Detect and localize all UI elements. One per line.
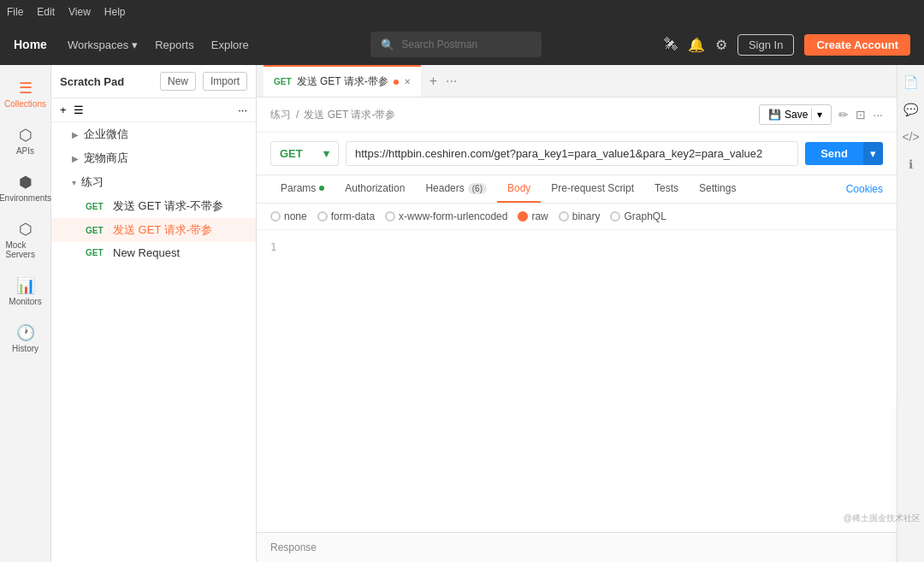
radio-binary[interactable]: binary: [559, 210, 601, 222]
new-button[interactable]: New: [160, 72, 196, 91]
collection-tree: ▶ 企业微信 ▶ 宠物商店 ▾ 练习 GET 发送 GET 请求-不带参 GET…: [51, 122, 256, 263]
collections-icon: ☰: [19, 79, 33, 98]
send-main-button[interactable]: Send: [805, 142, 863, 165]
apis-label: APIs: [16, 146, 34, 156]
req-tab-settings[interactable]: Settings: [689, 175, 746, 203]
save-label: Save: [785, 109, 808, 121]
breadcrumb-separator: /: [296, 109, 299, 121]
collection-item-qiyeweixin[interactable]: ▶ 企业微信: [51, 122, 256, 146]
info-icon[interactable]: ℹ: [905, 154, 916, 175]
nav-home[interactable]: Home: [14, 38, 47, 51]
radio-circle-form-data: [317, 211, 328, 222]
radio-none[interactable]: none: [270, 210, 307, 222]
request-tabs: Params Authorization Headers (6) Body Pr…: [257, 175, 897, 204]
req-tab-tests[interactable]: Tests: [644, 175, 689, 203]
request-name: 发送 GET 请求-带参: [113, 222, 212, 238]
sidebar-item-apis[interactable]: ⬡ APIs: [3, 119, 49, 163]
tab-method-badge: GET: [274, 77, 292, 86]
comment-icon[interactable]: 💬: [900, 99, 921, 120]
menu-help[interactable]: Help: [104, 6, 126, 18]
app-layout: ☰ Collections ⬡ APIs ⬢ Environments ⬡ Mo…: [0, 65, 924, 562]
method-badge: GET: [86, 226, 108, 235]
arrow-icon: ▶: [72, 130, 79, 139]
sign-in-button[interactable]: Sign In: [737, 34, 794, 56]
radio-urlencoded[interactable]: x-www-form-urlencoded: [385, 210, 507, 222]
body-content: 1 Text ▲ Text JavaScript JSON HTML XML: [257, 230, 897, 532]
bell-icon[interactable]: 🔔: [688, 37, 705, 53]
collection-item-chongwushandian[interactable]: ▶ 宠物商店: [51, 146, 256, 170]
tab-get-with-params[interactable]: GET 发送 GET 请求-带参 ✕: [264, 65, 421, 97]
sidebar-item-collections[interactable]: ☰ Collections: [3, 72, 49, 115]
gear-icon[interactable]: ⚙: [715, 37, 727, 53]
new-tab-button[interactable]: +: [423, 74, 444, 89]
url-input[interactable]: [346, 141, 798, 166]
menu-file[interactable]: File: [7, 6, 23, 18]
send-button[interactable]: Send ▾: [805, 142, 883, 165]
nav-workspaces[interactable]: Workspaces ▾: [68, 38, 138, 51]
radio-graphql[interactable]: GraphQL: [610, 210, 666, 222]
search-input[interactable]: [401, 38, 521, 50]
radio-circle-binary: [559, 211, 569, 222]
menu-edit[interactable]: Edit: [37, 6, 55, 18]
radio-circle-raw: [518, 211, 528, 222]
sidebar-item-environments[interactable]: ⬢ Environments: [3, 166, 49, 210]
search-bar: 🔍: [249, 32, 664, 57]
apis-icon: ⬡: [19, 126, 33, 145]
mock-servers-label: Mock Servers: [6, 240, 45, 259]
radio-label-none: none: [284, 210, 307, 222]
url-bar: GET ▾ Send ▾: [257, 133, 897, 175]
code-icon[interactable]: </>: [898, 127, 922, 147]
nav-explore[interactable]: Explore: [211, 38, 249, 51]
doc-icon[interactable]: 📄: [900, 72, 921, 92]
send-dropdown-button[interactable]: ▾: [863, 142, 883, 165]
sidebar-item-mock-servers[interactable]: ⬡ Mock Servers: [3, 213, 49, 266]
request-item-get-no-params[interactable]: GET 发送 GET 请求-不带参: [51, 194, 256, 218]
add-collection-icon[interactable]: +: [60, 104, 67, 116]
edit-button[interactable]: ✏: [838, 108, 849, 121]
more-tabs-button[interactable]: ···: [446, 74, 457, 89]
request-item-get-with-params[interactable]: GET 发送 GET 请求-带参: [51, 218, 256, 242]
radio-raw[interactable]: raw: [518, 210, 548, 222]
sidebar-item-monitors[interactable]: 📊 Monitors: [3, 269, 49, 313]
radio-label-graphql: GraphQL: [624, 210, 666, 222]
req-tab-body[interactable]: Body: [497, 175, 541, 203]
req-tab-authorization[interactable]: Authorization: [335, 175, 415, 203]
nav-reports[interactable]: Reports: [155, 38, 194, 51]
body-label: Body: [507, 182, 530, 194]
main-nav: Home Workspaces ▾ Reports Explore 🔍 🛰 🔔 …: [0, 24, 924, 65]
breadcrumb-current: 发送 GET 请求-带参: [304, 108, 395, 122]
tests-label: Tests: [654, 182, 678, 194]
mock-servers-icon: ⬡: [19, 220, 33, 239]
save-button[interactable]: 💾 Save ▾: [759, 104, 832, 125]
icon-sidebar: ☰ Collections ⬡ APIs ⬢ Environments ⬡ Mo…: [0, 65, 51, 562]
authorization-label: Authorization: [345, 182, 405, 194]
monitors-label: Monitors: [9, 297, 41, 306]
breadcrumb-actions: 💾 Save ▾ ✏ ⊡ ···: [759, 104, 883, 125]
nav-right: 🛰 🔔 ⚙ Sign In Create Account: [664, 34, 910, 56]
collection-item-lianxi[interactable]: ▾ 练习: [51, 170, 256, 194]
more-options-icon[interactable]: ···: [238, 104, 247, 116]
search-icon: 🔍: [381, 38, 394, 51]
share-button[interactable]: ⊡: [856, 108, 866, 121]
radio-label-binary: binary: [572, 210, 601, 222]
req-tab-pre-request[interactable]: Pre-request Script: [541, 175, 644, 203]
method-select[interactable]: GET ▾: [270, 141, 339, 166]
menu-view[interactable]: View: [68, 6, 91, 18]
create-account-button[interactable]: Create Account: [804, 34, 910, 56]
radio-form-data[interactable]: form-data: [317, 210, 375, 222]
request-item-new[interactable]: GET New Request: [51, 242, 256, 263]
req-tab-headers[interactable]: Headers (6): [415, 175, 497, 203]
more-button[interactable]: ···: [873, 108, 883, 121]
list-icon[interactable]: ☰: [74, 104, 84, 116]
import-button[interactable]: Import: [203, 72, 247, 91]
satellite-icon[interactable]: 🛰: [664, 37, 678, 52]
req-tab-params[interactable]: Params: [270, 175, 335, 203]
search-input-wrap[interactable]: 🔍: [370, 32, 542, 57]
cookies-link[interactable]: Cookies: [846, 183, 883, 195]
radio-circle-urlencoded: [385, 211, 395, 222]
method-badge: GET: [86, 248, 108, 257]
save-dropdown-arrow[interactable]: ▾: [811, 109, 822, 121]
main-content: GET 发送 GET 请求-带参 ✕ + ··· 练习 / 发送 GET 请求-…: [257, 65, 897, 562]
sidebar-item-history[interactable]: 🕐 History: [3, 316, 49, 360]
tab-close-icon[interactable]: ✕: [404, 77, 411, 86]
